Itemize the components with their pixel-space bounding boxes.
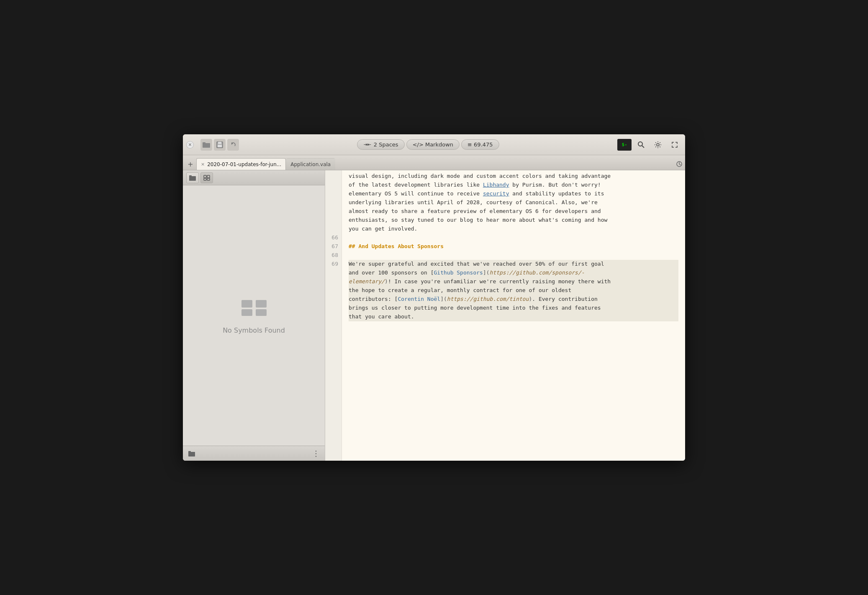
svg-point-8 bbox=[657, 144, 659, 146]
code-line: elementary OS 5 will continue to receive… bbox=[349, 190, 678, 198]
history-button[interactable] bbox=[673, 158, 685, 170]
line-number bbox=[325, 190, 342, 198]
sidebar-files-tab[interactable] bbox=[186, 172, 199, 183]
code-line: visual design, including dark mode and c… bbox=[349, 172, 678, 181]
line-number: 66 bbox=[325, 233, 342, 242]
line-numbers: 66676869 bbox=[325, 170, 342, 461]
save-file-icon[interactable] bbox=[214, 139, 226, 151]
line-number bbox=[325, 198, 342, 207]
code-line bbox=[349, 251, 678, 260]
titlebar: × ⇥⇤ 2 Spaces bbox=[183, 134, 685, 155]
tab-vala-label: Application.vala bbox=[290, 162, 331, 167]
editor-area[interactable]: 66676869 visual design, including dark m… bbox=[325, 170, 685, 461]
code-line: brings us closer to putting more develop… bbox=[349, 304, 678, 313]
main-area: No Symbols Found ⋮ 66676869 bbox=[183, 170, 685, 461]
open-file-icon[interactable] bbox=[200, 139, 212, 151]
close-button[interactable]: × bbox=[186, 141, 194, 149]
svg-rect-11 bbox=[189, 175, 192, 177]
code-line bbox=[349, 233, 678, 242]
line-number bbox=[325, 181, 342, 190]
code-line: almost ready to share a feature preview … bbox=[349, 207, 678, 216]
svg-rect-21 bbox=[188, 451, 191, 453]
svg-rect-13 bbox=[207, 175, 210, 178]
terminal-button[interactable]: $- bbox=[617, 139, 632, 151]
undo-icon[interactable] bbox=[227, 139, 239, 151]
line-number bbox=[325, 313, 342, 321]
no-symbols-icon bbox=[241, 297, 267, 321]
sidebar: No Symbols Found ⋮ bbox=[183, 170, 325, 461]
zoom-selector[interactable]: ≡ 69.475 bbox=[461, 139, 499, 150]
indent-icon: ⇥⇤ bbox=[363, 142, 371, 147]
svg-rect-14 bbox=[204, 178, 206, 180]
line-number bbox=[325, 277, 342, 286]
svg-line-7 bbox=[642, 146, 644, 148]
tabbar: + × 2020-07-01-updates-for-jun... Applic… bbox=[183, 155, 685, 170]
sidebar-tabs bbox=[183, 170, 325, 185]
language-selector[interactable]: </> Markdown bbox=[406, 139, 460, 150]
line-number bbox=[325, 304, 342, 313]
fullscreen-button[interactable] bbox=[668, 139, 682, 151]
line-number bbox=[325, 269, 342, 277]
code-line: and over 100 sponsors on [Github Sponsor… bbox=[349, 269, 678, 277]
sidebar-footer-files-btn[interactable] bbox=[186, 449, 197, 458]
tab-label: 2020-07-01-updates-for-jun... bbox=[207, 162, 281, 167]
main-window: × ⇥⇤ 2 Spaces bbox=[183, 134, 685, 461]
svg-rect-18 bbox=[241, 309, 252, 316]
code-line: elementary/)! In case you're unfamiliar … bbox=[349, 277, 678, 286]
svg-point-6 bbox=[638, 142, 642, 146]
svg-rect-16 bbox=[241, 300, 252, 308]
line-number bbox=[325, 225, 342, 233]
code-line: of the latest development libraries like… bbox=[349, 181, 678, 190]
code-line: underlying libraries until April of 2028… bbox=[349, 198, 678, 207]
line-number: 68 bbox=[325, 251, 342, 260]
svg-rect-19 bbox=[256, 309, 267, 316]
svg-rect-17 bbox=[256, 300, 267, 308]
sidebar-footer-menu-btn[interactable]: ⋮ bbox=[311, 449, 321, 458]
titlebar-center: ⇥⇤ 2 Spaces </> Markdown ≡ 69.475 bbox=[241, 139, 616, 150]
line-number bbox=[325, 286, 342, 295]
indent-label: 2 Spaces bbox=[374, 141, 398, 148]
svg-rect-12 bbox=[204, 175, 206, 178]
add-tab-button[interactable]: + bbox=[185, 158, 196, 170]
line-number bbox=[325, 172, 342, 181]
line-number: 69 bbox=[325, 260, 342, 269]
code-line: the hope to create a regular, monthly co… bbox=[349, 286, 678, 295]
line-number: 67 bbox=[325, 242, 342, 251]
tab-close-icon[interactable]: × bbox=[201, 162, 205, 167]
no-symbols-label: No Symbols Found bbox=[223, 326, 285, 334]
sidebar-footer: ⋮ bbox=[183, 446, 325, 461]
code-line: you can get involved. bbox=[349, 225, 678, 233]
titlebar-right: $- bbox=[617, 139, 682, 151]
language-label: </> Markdown bbox=[413, 141, 453, 148]
sidebar-content: No Symbols Found bbox=[183, 185, 325, 446]
editor-content: 66676869 visual design, including dark m… bbox=[325, 170, 685, 461]
line-number bbox=[325, 207, 342, 216]
code-line: that you care about. bbox=[349, 313, 678, 321]
search-button[interactable] bbox=[634, 139, 648, 151]
code-line: ## And Updates About Sponsors bbox=[349, 242, 678, 251]
line-number bbox=[325, 295, 342, 304]
sidebar-symbols-tab[interactable] bbox=[200, 172, 213, 183]
code-line: contributors: [Corentin Noël](https://gi… bbox=[349, 295, 678, 304]
svg-rect-15 bbox=[207, 178, 210, 180]
code-line: We're super grateful and excited that we… bbox=[349, 260, 678, 269]
code-line: enthusiasts, so stay tuned to our blog t… bbox=[349, 216, 678, 225]
indent-selector[interactable]: ⇥⇤ 2 Spaces bbox=[357, 139, 404, 150]
zoom-label: ≡ 69.475 bbox=[467, 141, 493, 148]
tab-vala[interactable]: Application.vala bbox=[286, 158, 335, 170]
svg-rect-1 bbox=[203, 142, 205, 144]
svg-rect-3 bbox=[218, 142, 221, 144]
settings-button[interactable] bbox=[651, 139, 665, 151]
svg-rect-4 bbox=[218, 145, 222, 147]
code-area[interactable]: visual design, including dark mode and c… bbox=[342, 170, 685, 461]
line-number bbox=[325, 216, 342, 225]
tab-markdown[interactable]: × 2020-07-01-updates-for-jun... bbox=[196, 158, 286, 170]
